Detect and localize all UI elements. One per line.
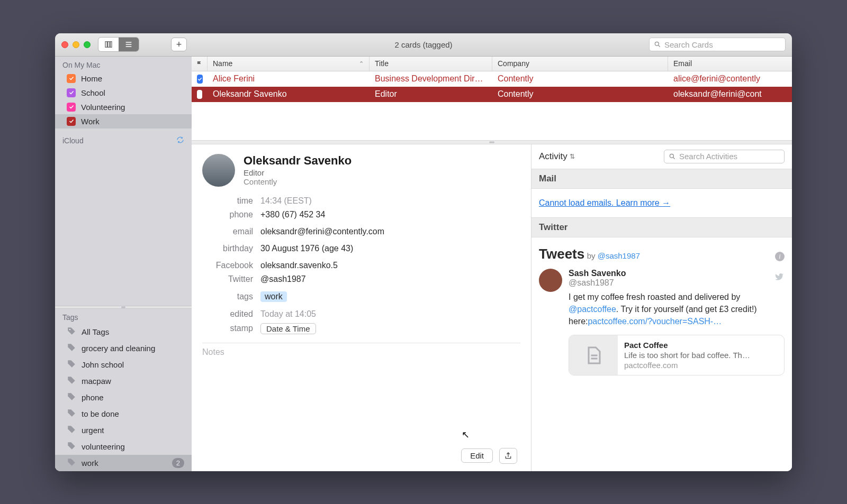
- field-label-birthday: birthday: [202, 244, 253, 253]
- svg-rect-1: [108, 42, 110, 48]
- view-mode-list-button[interactable]: [119, 38, 139, 51]
- table-row[interactable]: Oleksandr Savenko Editor Contently oleks…: [192, 87, 792, 102]
- maximize-window-button[interactable]: [84, 41, 91, 48]
- sidebar-split-handle[interactable]: [55, 306, 192, 309]
- tweet-mention-link[interactable]: @pactcoffee: [569, 305, 616, 314]
- tweet-link-card[interactable]: Pact Coffee Life is too short for bad co…: [569, 335, 785, 375]
- column-header-title[interactable]: Title: [370, 57, 492, 71]
- row-flag-checkbox[interactable]: [197, 75, 203, 84]
- sidebar-group-label: Home: [81, 74, 102, 83]
- columns-icon: [104, 40, 113, 49]
- field-value-time: 14:34 (EEST): [260, 196, 312, 206]
- field-label-facebook: Facebook: [202, 261, 253, 270]
- sidebar-group-home[interactable]: Home: [55, 71, 192, 86]
- horizontal-split-handle[interactable]: [192, 140, 792, 144]
- view-mode-columns-button[interactable]: [98, 38, 119, 51]
- info-icon[interactable]: i: [775, 252, 785, 261]
- embed-description: Life is too short for bad coffee. Th…: [624, 351, 750, 360]
- sidebar-tag-label: phone: [82, 393, 104, 402]
- cell-company: Contently: [492, 89, 668, 99]
- minimize-window-button[interactable]: [73, 41, 79, 48]
- edit-button[interactable]: Edit: [461, 448, 493, 463]
- sidebar-tag-label: macpaw: [82, 377, 111, 386]
- tag-icon: [67, 359, 76, 370]
- tag-chip[interactable]: work: [260, 291, 287, 302]
- column-header-flag[interactable]: [192, 57, 208, 71]
- svg-rect-2: [110, 42, 112, 48]
- sidebar-tag-all[interactable]: All Tags: [55, 324, 192, 340]
- field-label-stamp: stamp: [202, 324, 253, 333]
- sidebar-tag-label: volunteering: [82, 442, 125, 451]
- tweet-text: I get my coffee fresh roasted and delive…: [569, 291, 785, 328]
- sidebar-tag-item[interactable]: macpaw: [55, 373, 192, 389]
- search-cards-placeholder: Search Cards: [664, 40, 713, 49]
- close-window-button[interactable]: [61, 41, 68, 48]
- sidebar-group-school[interactable]: School: [55, 86, 192, 100]
- embed-title: Pact Coffee: [624, 341, 750, 350]
- sidebar-tag-item[interactable]: phone: [55, 389, 192, 406]
- card-name: Oleksandr Savenko: [244, 154, 352, 168]
- field-value-twitter: @sash1987: [260, 274, 306, 284]
- tag-icon: [67, 326, 76, 337]
- sidebar-tag-item[interactable]: volunteering: [55, 438, 192, 455]
- sidebar-tag-label: work: [82, 459, 98, 468]
- search-activities-input[interactable]: Search Activities: [664, 150, 785, 163]
- flag-icon: [197, 60, 202, 67]
- svg-point-8: [69, 328, 70, 329]
- share-icon: [504, 451, 512, 461]
- checkbox-icon: [67, 117, 76, 126]
- sidebar-tag-item[interactable]: John school: [55, 356, 192, 373]
- window-controls: [61, 41, 91, 48]
- card-company: Contently: [244, 177, 352, 186]
- tweets-author-link[interactable]: @sash1987: [598, 251, 640, 260]
- field-label-email: email: [202, 227, 253, 236]
- app-window: + 2 cards (tagged) Search Cards On My Ma…: [55, 33, 792, 471]
- checkbox-icon: [67, 74, 76, 83]
- sidebar-section-tags: Tags: [55, 309, 192, 324]
- sidebar-tag-label: All Tags: [82, 327, 109, 336]
- column-header-name[interactable]: Name ⌃: [208, 57, 370, 71]
- updown-icon: ⇅: [570, 153, 575, 160]
- checkbox-icon: [67, 103, 76, 112]
- svg-line-10: [673, 157, 675, 159]
- field-label-phone: phone: [202, 210, 253, 219]
- tag-icon: [67, 408, 76, 419]
- sidebar-tag-item[interactable]: grocery and cleaning: [55, 340, 192, 356]
- sidebar-group-volunteering[interactable]: Volunteering: [55, 100, 192, 114]
- tweet: Sash Savenko @sash1987 I get my coffee f…: [539, 269, 785, 376]
- sidebar: On My Mac Home School Volunteering Work …: [55, 57, 192, 471]
- column-header-email[interactable]: Email: [668, 57, 792, 71]
- table-row[interactable]: Alice Ferini Business Development Dire… …: [192, 71, 792, 87]
- column-header-company[interactable]: Company: [492, 57, 668, 71]
- svg-rect-0: [105, 42, 107, 48]
- sidebar-tag-label: John school: [82, 360, 124, 369]
- check-icon: [197, 76, 203, 82]
- embed-url: pactcoffee.com: [624, 361, 750, 370]
- share-button[interactable]: [499, 448, 517, 464]
- row-flag-checkbox[interactable]: [197, 90, 202, 99]
- stamp-button[interactable]: Date & Time: [260, 323, 316, 334]
- twitter-bird-icon: [774, 272, 785, 283]
- notes-input[interactable]: Notes: [202, 345, 520, 359]
- refresh-icon[interactable]: [176, 136, 184, 145]
- mail-error-link[interactable]: Cannot load emails. Learn more →: [539, 198, 670, 207]
- field-value-birthday: 30 August 1976 (age 43): [260, 244, 353, 253]
- activity-section-twitter: Twitter: [531, 217, 792, 237]
- sidebar-tag-item[interactable]: urgent: [55, 422, 192, 438]
- avatar: [202, 154, 235, 187]
- cell-email: alice@ferini@contently: [668, 74, 792, 84]
- tweet-url-link[interactable]: pactcoffee.com/?voucher=SASH-…: [588, 317, 722, 326]
- field-value-facebook: oleksandr.savenko.5: [260, 261, 338, 270]
- activity-dropdown[interactable]: Activity ⇅: [539, 151, 575, 162]
- cell-name: Oleksandr Savenko: [208, 89, 370, 99]
- checkbox-icon: [67, 88, 76, 97]
- cell-name: Alice Ferini: [208, 74, 370, 84]
- sidebar-group-label: School: [81, 88, 105, 97]
- sidebar-section-icloud[interactable]: iCloud: [55, 129, 192, 148]
- sidebar-group-work[interactable]: Work: [55, 114, 192, 129]
- add-card-button[interactable]: +: [171, 38, 187, 51]
- tag-icon: [67, 425, 76, 436]
- sidebar-tag-work[interactable]: work 2: [55, 455, 192, 471]
- search-cards-input[interactable]: Search Cards: [649, 38, 786, 51]
- sidebar-tag-item[interactable]: to be done: [55, 406, 192, 422]
